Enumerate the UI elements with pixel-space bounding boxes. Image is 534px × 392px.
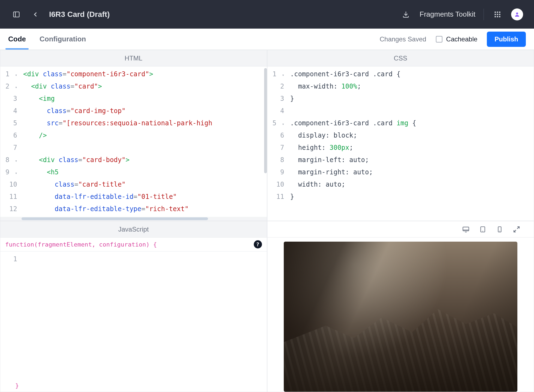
- panel-toggle-icon[interactable]: [11, 9, 22, 20]
- editor-grid: HTML 1 ▾2 ▾345678 ▾9 ▾101112<div class="…: [0, 50, 534, 392]
- subnav: Code Configuration Changes Saved Cacheab…: [0, 29, 534, 50]
- svg-rect-9: [497, 16, 498, 17]
- expand-icon[interactable]: [513, 226, 520, 233]
- toolkit-label[interactable]: Fragments Toolkit: [420, 10, 475, 19]
- page-title: I6R3 Card (Draft): [49, 10, 110, 19]
- back-icon[interactable]: [30, 9, 41, 20]
- cacheable-toggle[interactable]: Cacheable: [436, 35, 478, 43]
- pane-js: JavaScript function(fragmentElement, con…: [0, 221, 267, 392]
- js-function-close: }: [0, 382, 267, 392]
- svg-rect-10: [499, 16, 500, 17]
- svg-rect-12: [463, 227, 469, 231]
- topbar: I6R3 Card (Draft) Fragments Toolkit: [0, 0, 534, 29]
- svg-rect-8: [495, 16, 496, 17]
- download-icon[interactable]: [400, 9, 411, 20]
- svg-rect-0: [14, 12, 19, 17]
- svg-rect-7: [499, 14, 500, 15]
- pane-html-title: HTML: [0, 50, 267, 66]
- svg-rect-2: [495, 11, 496, 13]
- preview-image: [284, 242, 518, 392]
- preview-toolbar: [267, 221, 534, 238]
- avatar[interactable]: [511, 8, 523, 20]
- js-function-signature: function(fragmentElement, configuration)…: [0, 238, 267, 251]
- scrollbar-vertical[interactable]: [264, 68, 267, 173]
- pane-preview: [267, 221, 534, 392]
- checkbox-icon[interactable]: [436, 36, 442, 42]
- pane-css-title: CSS: [267, 50, 534, 66]
- pane-html: HTML 1 ▾2 ▾345678 ▾9 ▾101112<div class="…: [0, 50, 267, 221]
- js-editor[interactable]: 1: [0, 251, 267, 382]
- cacheable-label: Cacheable: [446, 35, 478, 43]
- tab-configuration[interactable]: Configuration: [40, 29, 86, 49]
- svg-rect-3: [497, 11, 498, 13]
- html-editor[interactable]: 1 ▾2 ▾345678 ▾9 ▾101112<div class="compo…: [0, 66, 267, 217]
- pane-css: CSS 1 ▾2345 ▾67891011.component-i6r3-car…: [267, 50, 534, 221]
- help-icon[interactable]: ?: [254, 240, 262, 248]
- desktop-icon[interactable]: [462, 226, 469, 233]
- tab-code[interactable]: Code: [8, 29, 26, 49]
- svg-rect-6: [497, 14, 498, 15]
- divider: [484, 9, 484, 20]
- svg-point-11: [516, 12, 518, 14]
- mobile-icon[interactable]: [496, 226, 503, 233]
- scrollbar-horizontal[interactable]: [0, 217, 267, 221]
- apps-grid-icon[interactable]: [492, 9, 503, 20]
- publish-button[interactable]: Publish: [487, 32, 526, 47]
- pane-js-title: JavaScript: [0, 221, 267, 238]
- preview-body: [267, 238, 534, 392]
- js-sig-text: function(fragmentElement, configuration)…: [5, 241, 157, 248]
- tablet-icon[interactable]: [479, 226, 486, 233]
- css-editor[interactable]: 1 ▾2345 ▾67891011.component-i6r3-card .c…: [267, 66, 534, 221]
- svg-rect-4: [499, 11, 500, 13]
- svg-rect-5: [495, 14, 496, 15]
- save-status: Changes Saved: [380, 35, 426, 43]
